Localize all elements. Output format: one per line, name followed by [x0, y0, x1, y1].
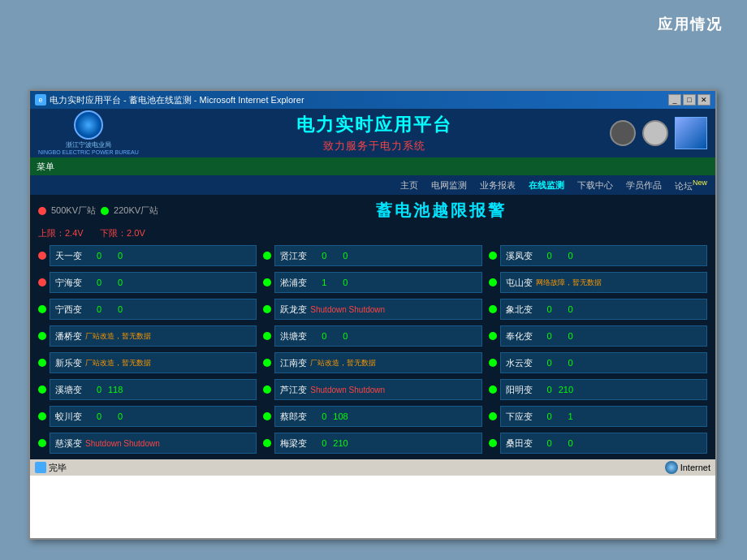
- station-box[interactable]: 跃龙变Shutdown Shutdown: [274, 299, 481, 320]
- logo-text: 浙江宁波电业局 NINGBO ELECTRIC POWER BUREAU: [38, 141, 139, 156]
- nav-online-monitor[interactable]: 在线监测: [529, 179, 564, 192]
- internet-text: Internet: [680, 463, 710, 472]
- station-box[interactable]: 蔡郎变0108: [274, 406, 481, 427]
- nav-forum[interactable]: 论坛: [675, 179, 707, 192]
- station-indicator-icon: [38, 278, 46, 286]
- station-name: 梅梁变: [280, 437, 307, 450]
- nav-report[interactable]: 业务报表: [480, 179, 516, 192]
- station-val2: 0: [108, 304, 123, 314]
- station-indicator-icon: [263, 305, 271, 313]
- station-box[interactable]: 溪塘变0118: [50, 379, 257, 400]
- nav-grid-monitor[interactable]: 电网监测: [431, 179, 467, 192]
- station-val-shutdown: Shutdown Shutdown: [85, 439, 160, 448]
- station-box[interactable]: 天一变00: [50, 245, 257, 266]
- station-row: 江南变厂站改造，暂无数据: [263, 351, 481, 374]
- content-header: 500KV厂站 220KV厂站 蓄电池越限报警: [38, 200, 707, 222]
- station-indicator-icon: [489, 252, 497, 260]
- nav-student-work[interactable]: 学员作品: [626, 179, 662, 192]
- station-box[interactable]: 淞浦变10: [274, 272, 481, 293]
- threshold-upper: 上限：2.4V: [38, 228, 84, 238]
- station-val-factory: 厂站改造，暂无数据: [85, 358, 151, 368]
- station-row: 蛟川变00: [38, 405, 257, 428]
- station-name: 跃龙变: [280, 304, 307, 316]
- station-box[interactable]: 慈溪变Shutdown Shutdown: [50, 433, 257, 454]
- station-val2: 118: [108, 385, 123, 394]
- station-box[interactable]: 江南变厂站改造，暂无数据: [274, 352, 481, 373]
- station-row: 淞浦变10: [263, 271, 481, 294]
- station-name: 象北变: [506, 304, 533, 316]
- station-name: 下应变: [506, 411, 533, 423]
- station-box[interactable]: 桑田变00: [500, 433, 707, 454]
- station-box[interactable]: 蛟川变00: [50, 406, 257, 427]
- station-indicator-icon: [263, 332, 271, 340]
- station-name: 新乐变: [55, 357, 82, 369]
- station-name: 蛟川变: [55, 411, 82, 423]
- station-name: 屯山变: [506, 277, 533, 289]
- station-box[interactable]: 屯山变网络故障，暂无数据: [500, 272, 707, 293]
- station-row: 宁海变00: [38, 271, 257, 294]
- station-indicator-icon: [38, 439, 46, 447]
- station-row: 潘桥变厂站改造，暂无数据: [38, 325, 257, 347]
- station-box[interactable]: 奉化变00: [500, 325, 707, 347]
- station-val1: 0: [87, 385, 101, 394]
- station-val-shutdown: Shutdown Shutdown: [310, 386, 385, 394]
- station-box[interactable]: 宁西变00: [50, 299, 257, 320]
- main-content: 500KV厂站 220KV厂站 蓄电池越限报警 上限：2.4V 下限：2.0V …: [30, 195, 715, 459]
- station-indicator-icon: [263, 439, 271, 447]
- station-row: 新乐变厂站改造，暂无数据: [38, 351, 257, 374]
- station-name: 慈溪变: [55, 437, 82, 450]
- station-box[interactable]: 新乐变厂站改造，暂无数据: [50, 352, 257, 373]
- header-icon-2: [642, 120, 668, 146]
- station-row: 慈溪变Shutdown Shutdown: [38, 432, 257, 454]
- station-row: 下应变01: [489, 405, 707, 428]
- station-name: 溪凤变: [506, 250, 533, 262]
- station-val2: 0: [333, 278, 348, 287]
- page-title: 蓄电池越限报警: [175, 200, 707, 222]
- station-val1: 0: [538, 358, 552, 368]
- station-val2: 0: [559, 331, 573, 341]
- station-name: 贤江变: [280, 250, 307, 262]
- station-indicator-icon: [263, 412, 271, 420]
- station-indicator-icon: [489, 278, 497, 286]
- nav-home[interactable]: 主页: [400, 179, 418, 192]
- site-header: 浙江宁波电业局 NINGBO ELECTRIC POWER BUREAU 电力实…: [30, 109, 715, 157]
- menu-item-main[interactable]: 菜单: [37, 161, 54, 173]
- station-val2: 0: [559, 251, 573, 261]
- station-name: 洪塘变: [280, 330, 307, 342]
- maximize-button[interactable]: □: [683, 94, 696, 106]
- indicator-row: 500KV厂站 220KV厂站: [38, 205, 158, 217]
- station-box[interactable]: 宁海变00: [50, 272, 257, 293]
- station-box[interactable]: 溪凤变00: [500, 245, 707, 266]
- station-val1: 0: [312, 331, 326, 341]
- minimize-button[interactable]: _: [668, 94, 681, 106]
- station-val1: 0: [538, 438, 552, 448]
- station-box[interactable]: 水云变00: [500, 352, 707, 373]
- station-val-factory: 厂站改造，暂无数据: [85, 331, 151, 342]
- station-row: 蔡郎变0108: [263, 405, 481, 428]
- station-box[interactable]: 梅梁变0210: [274, 433, 481, 454]
- station-indicator-icon: [489, 305, 497, 313]
- station-box[interactable]: 芦江变Shutdown Shutdown: [274, 379, 481, 400]
- station-box[interactable]: 贤江变00: [274, 245, 481, 266]
- browser-icon: e: [35, 94, 46, 106]
- station-box[interactable]: 阳明变0210: [500, 379, 707, 400]
- station-val2: 0: [559, 358, 573, 368]
- threshold-lower: 下限：2.0V: [100, 228, 145, 238]
- station-val1: 0: [87, 411, 101, 421]
- station-name: 淞浦变: [280, 277, 307, 289]
- close-button[interactable]: ✕: [697, 94, 710, 106]
- station-val1: 0: [87, 278, 101, 287]
- station-box[interactable]: 下应变01: [500, 406, 707, 427]
- status-bar: 完毕 Internet: [30, 459, 715, 476]
- status-icon: [35, 462, 46, 473]
- indicator-500kv: 500KV厂站: [51, 205, 96, 217]
- station-name: 宁海变: [55, 277, 82, 289]
- browser-window: e 电力实时应用平台 - 蓄电池在线监测 - Microsoft Interne…: [28, 89, 717, 540]
- station-box[interactable]: 潘桥变厂站改造，暂无数据: [50, 325, 257, 347]
- station-indicator-icon: [263, 252, 271, 260]
- station-val1: 0: [312, 438, 326, 448]
- nav-download[interactable]: 下载中心: [577, 179, 613, 192]
- station-box[interactable]: 洪塘变00: [274, 325, 481, 347]
- station-box[interactable]: 象北变00: [500, 299, 707, 320]
- station-val1: 0: [538, 304, 552, 314]
